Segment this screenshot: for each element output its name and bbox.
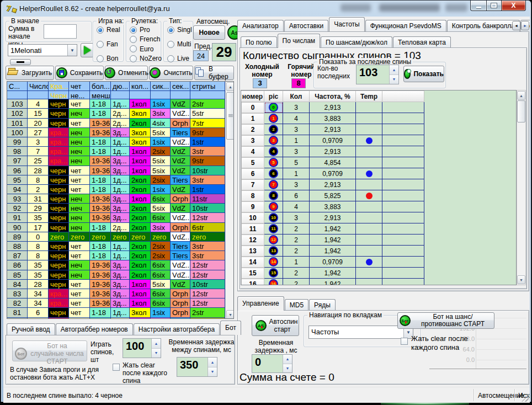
spins-row[interactable]: 987кра...неч1-181д...1кол2sixVdZ3str [7, 147, 225, 156]
tabs-scroll-left-icon[interactable]: ◄ [512, 21, 520, 30]
freq-row[interactable]: 141410,9709 [241, 257, 516, 268]
radio-icon[interactable] [97, 26, 104, 34]
step-down-icon[interactable]: ▼ [208, 367, 217, 377]
spins-row[interactable]: 8334кра...чет19-363д...1кол6sixOrph12str [7, 289, 225, 299]
tab-Частоты[interactable]: Частоты [329, 17, 365, 31]
open-folder-button[interactable]: Загрузить [6, 66, 54, 80]
clear-checkbox-right[interactable]: Жать clear после каждого спина [401, 334, 485, 352]
tab-Ряды[interactable]: Ряды [309, 299, 336, 311]
copy-button[interactable]: В буфер [194, 66, 234, 80]
spins-row[interactable]: 9331черннеч19-363д...1кол6sixOrph11str [7, 194, 225, 204]
freq-row[interactable]: 1143,883 [241, 113, 516, 124]
chance-bot-start-button[interactable]: Бот Бот на шанс/противошанс СТАРТ [397, 312, 494, 329]
spins-row[interactable]: 8535черннеч19-363д...2кол6sixVdZ...12str [7, 270, 225, 280]
radio-Real[interactable]: Real [97, 26, 120, 34]
titlebar[interactable]: 7 HelperRoullet 8.62 - create helperroul… [1, 1, 531, 17]
start-sum-input[interactable] [44, 24, 77, 39]
freq-row[interactable]: 3310,9709 [241, 135, 516, 146]
radio-Fan[interactable]: Fan [97, 40, 118, 48]
scroll-up-icon[interactable]: ▲ [517, 91, 525, 100]
radio-French[interactable]: French [130, 35, 160, 43]
subtab-Тепловая карта[interactable]: Тепловая карта [393, 36, 451, 48]
freq-row[interactable]: 8865,825 [241, 190, 516, 201]
spins-row[interactable]: 8234кра...чет19-363д...1кол6sixOrph12str [7, 299, 225, 308]
freq-row[interactable]: 0032,913 [241, 102, 516, 113]
random-bot-button[interactable]: Бот Бот на случайные числа СТАРТ [12, 340, 87, 361]
spins-row[interactable]: Чернне...менш [7, 91, 225, 99]
profile-combobox[interactable]: 1Melonati ▼ [8, 44, 77, 56]
spins-row[interactable]: 878чернчет1-181д...2кол2sixTiers3str [7, 251, 225, 260]
step-up-icon[interactable]: ▲ [390, 65, 398, 75]
apply-profile-button[interactable] [81, 43, 94, 57]
tab-Управление[interactable]: Управление [237, 296, 284, 311]
spins-row[interactable]: 888чернчет1-181д...2кол2sixTiers3str [7, 242, 225, 251]
tabs-scroll-right-icon[interactable]: ► [521, 21, 529, 30]
step-down-icon[interactable]: ▼ [390, 75, 398, 84]
radio-icon[interactable] [167, 55, 174, 62]
autospin-start-button[interactable]: AS Автоспин старт [252, 315, 299, 336]
spins-row[interactable]: 10027кра...неч19-363д...3кол5sixTiers9st… [7, 128, 225, 137]
step-up-icon[interactable]: ▲ [283, 355, 292, 364]
radio-icon[interactable] [167, 26, 174, 34]
freq-row[interactable]: 9943,883 [241, 201, 516, 212]
tab-Функционал PsevdoMS[interactable]: Функционал PsevdoMS [365, 20, 446, 31]
collapse-button[interactable] [10, 59, 31, 65]
radio-Euro[interactable]: Euro [130, 45, 153, 53]
tab-Анализатор[interactable]: Анализатор [237, 20, 284, 31]
subtab-По шансам/дюж/кол[interactable]: По шансам/дюж/кол [321, 36, 392, 48]
subtab-По числам[interactable]: По числам [278, 34, 321, 48]
spins-row[interactable]: 9725кра...неч19-363д...1кол5sixVdZ9str [7, 156, 225, 166]
radio-Live[interactable]: Live [167, 55, 189, 62]
spins-row[interactable]: 8635черннеч19-363д...2кол6sixVdZ...12str [7, 260, 225, 270]
freq-row[interactable]: 4432,913 [241, 146, 516, 157]
radio-Pro[interactable]: Pro [130, 26, 150, 34]
scroll-down-icon[interactable]: ▼ [226, 310, 234, 319]
spins-row[interactable]: 958чернчет1-181д...2кол2sixTiers3str [7, 175, 225, 185]
radio-Singl[interactable]: Singl [167, 26, 192, 34]
radio-NoZero[interactable]: NoZero [130, 55, 162, 62]
spin-delay-stepper[interactable]: 350 ▲▼ [177, 357, 217, 377]
count-last-stepper[interactable]: 103 ▲▼ [356, 65, 399, 84]
undo-button[interactable]: ↺Отменить [105, 66, 148, 80]
spins-row[interactable]: 9628чернчет19-363д...1кол5sixVdZ10str [7, 166, 225, 175]
radio-icon[interactable] [130, 36, 137, 43]
spins-row[interactable]: 10120чернчет19-362д...2кол4sixOrph7str [7, 119, 225, 128]
play-spins-stepper[interactable]: 100 ▲▼ [123, 338, 161, 358]
spins-row[interactable]: 9229черннеч19-363д...2кол5sixVdZ10str [7, 204, 225, 213]
freq-row[interactable]: 5554,854 [241, 157, 516, 168]
spins-row[interactable]: 993кра...неч1-181д...3кол1sixVdZ...1str [7, 137, 225, 147]
tab-Настройки автограббера[interactable]: Настройки автограббера [134, 323, 220, 335]
step-up-icon[interactable]: ▲ [152, 339, 161, 349]
frequency-table-scrollbar[interactable]: ▲ ▼ [517, 90, 526, 285]
checkbox-icon[interactable] [401, 338, 408, 345]
freq-row[interactable]: 6610,9709 [241, 168, 516, 179]
freq-row[interactable]: 2232,913 [241, 124, 516, 135]
minimize-button[interactable] [470, 1, 487, 11]
tab-Ручной ввод[interactable]: Ручной ввод [7, 323, 55, 335]
freq-row[interactable]: 121221,942 [241, 235, 516, 246]
radio-icon[interactable] [97, 55, 104, 62]
step-up-icon[interactable]: ▲ [208, 358, 217, 367]
spins-row[interactable]: 942чернчет1-181д...2кол1sixVdZ1str [7, 185, 225, 194]
spins-row[interactable]: 1034чернчет1-181д...1кол1sixVdZ2str [7, 99, 225, 109]
spins-row[interactable]: 8428чернчет19-363д...1кол5sixVdZ10str [7, 280, 225, 289]
tab-Бот[interactable]: Бот [220, 321, 241, 335]
tab-MD5[interactable]: MD5 [285, 299, 308, 311]
new-button[interactable]: Новое [193, 25, 225, 40]
spins-row[interactable]: 9135черннеч19-363д...2кол6sixVdZ...12str [7, 213, 225, 222]
spins-row[interactable]: 8016кра...чет1-182д...1кол3sixTiers6str [7, 318, 225, 319]
subtab-По полю[interactable]: По полю [241, 36, 277, 48]
show-button[interactable]: Показать [403, 66, 444, 82]
freq-row[interactable]: 151521,942 [241, 268, 516, 279]
spins-row[interactable]: 10215черннеч1-182д...3кол3sixVdZ...5str [7, 109, 225, 118]
radio-icon[interactable] [130, 26, 137, 34]
delay-stepper[interactable]: 0 ▲▼ [252, 354, 292, 373]
freq-row[interactable]: 131321,942 [241, 246, 516, 257]
tab-Контроль банкролла[interactable]: Контроль банкролла [447, 20, 520, 31]
freq-row[interactable]: 111121,942 [241, 223, 516, 235]
freq-row[interactable]: 7732,913 [241, 179, 516, 190]
spins-row[interactable]: 890zerozerozerozerozerozeroVdZ...zero [7, 232, 225, 242]
radio-Multi[interactable]: Multi [167, 40, 191, 48]
scrollbar-thumb[interactable] [226, 92, 234, 140]
step-down-icon[interactable]: ▼ [152, 349, 161, 358]
